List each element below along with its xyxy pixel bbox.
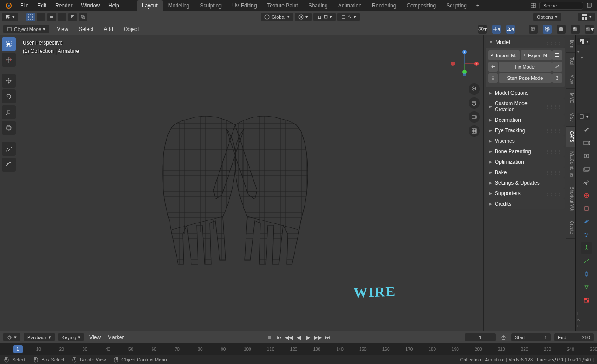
- snap-dropdown[interactable]: ⊞ ▾: [313, 13, 336, 21]
- workspace-animation[interactable]: Animation: [333, 0, 367, 11]
- shading-solid[interactable]: [557, 25, 566, 34]
- export-model-button[interactable]: Export M..: [521, 50, 552, 60]
- tool-measure[interactable]: [2, 158, 16, 172]
- n-tab-create[interactable]: Create: [566, 216, 575, 239]
- panel-settings-updates[interactable]: ▶Settings & Updates⋮⋮⋮⋮: [486, 178, 565, 188]
- pose-mode-button[interactable]: Start Pose Mode: [499, 73, 552, 83]
- axis-gizmo[interactable]: X Z: [449, 48, 480, 79]
- panel-model-options[interactable]: ▶Model Options⋮⋮⋮⋮: [486, 88, 565, 98]
- visibility-dropdown[interactable]: ▾: [478, 25, 487, 34]
- menu-window[interactable]: Window: [76, 1, 104, 10]
- workspace-layout[interactable]: Layout: [137, 0, 163, 11]
- options-dropdown[interactable]: Options ▾: [533, 13, 561, 21]
- prop-tab-world[interactable]: [581, 190, 592, 201]
- panel-supporters[interactable]: ▶Supporters⋮⋮⋮⋮: [486, 188, 565, 199]
- viewport-3d[interactable]: User Perspective (1) Collection | Armatu…: [17, 35, 483, 331]
- timeline-editor-dropdown[interactable]: ▾: [3, 333, 20, 341]
- tool-move[interactable]: [2, 74, 16, 88]
- prop-tab-output[interactable]: [581, 151, 592, 162]
- n-tab-cats[interactable]: CATS: [566, 127, 575, 147]
- prop-tab-texture[interactable]: [581, 295, 592, 306]
- viewport-menu-view[interactable]: View: [54, 25, 71, 33]
- tool-scale[interactable]: [2, 105, 16, 119]
- perspective-toggle-icon[interactable]: [469, 125, 480, 137]
- select-box-toggle[interactable]: [26, 13, 35, 21]
- jump-start-icon[interactable]: ⏮: [275, 333, 284, 342]
- prop-tab-scene[interactable]: [581, 177, 592, 188]
- n-tab-mmd[interactable]: MMD: [566, 89, 575, 108]
- autokey-toggle[interactable]: [265, 333, 274, 342]
- select-invert-icon[interactable]: [68, 13, 77, 21]
- workspace-scripting[interactable]: Scripting: [441, 0, 472, 11]
- new-scene-icon[interactable]: [585, 1, 594, 10]
- jump-end-icon[interactable]: ⏭: [323, 333, 332, 342]
- viewport-menu-add[interactable]: Add: [101, 25, 116, 33]
- panel-header-model[interactable]: ▼ Model ⋮⋮⋮⋮: [486, 37, 565, 48]
- scene-name-input[interactable]: [539, 2, 583, 10]
- panel-bone-parenting[interactable]: ▶Bone Parenting⋮⋮⋮⋮: [486, 146, 565, 157]
- prop-tab-tool[interactable]: [581, 124, 592, 136]
- panel-custom-model[interactable]: ▶Custom Model Creation⋮⋮⋮⋮: [486, 98, 565, 115]
- editor-type-dropdown[interactable]: ▾: [578, 13, 595, 21]
- menu-edit[interactable]: Edit: [33, 1, 51, 10]
- prop-tab-object[interactable]: [581, 203, 592, 214]
- camera-view-icon[interactable]: [469, 111, 480, 123]
- shading-wireframe[interactable]: [543, 25, 552, 34]
- mode-dropdown[interactable]: Object Mode ▾: [3, 25, 49, 33]
- xray-toggle[interactable]: [529, 25, 538, 34]
- keying-dropdown[interactable]: Keying▾: [58, 333, 84, 341]
- zoom-icon[interactable]: [469, 83, 480, 95]
- n-tab-view[interactable]: View: [566, 70, 575, 89]
- n-tab-item[interactable]: Item: [566, 35, 575, 53]
- prop-tab-armature[interactable]: [581, 242, 592, 254]
- menu-icon[interactable]: ☰: [552, 50, 562, 60]
- shading-rendered[interactable]: ▾: [585, 25, 594, 34]
- cursor-dropdown[interactable]: ▾: [2, 13, 18, 21]
- import-model-button[interactable]: Import M..: [488, 50, 520, 60]
- panel-eye-tracking[interactable]: ▶Eye Tracking⋮⋮⋮⋮: [486, 125, 565, 136]
- select-tweak-icon[interactable]: [37, 13, 45, 21]
- workspace-modeling[interactable]: Modeling: [163, 0, 195, 11]
- menu-render[interactable]: Render: [51, 1, 76, 10]
- shading-material[interactable]: [571, 25, 580, 34]
- start-frame-input[interactable]: Start1: [511, 333, 551, 341]
- current-frame-input[interactable]: 1: [465, 333, 496, 341]
- workspace-add-button[interactable]: +: [472, 0, 484, 11]
- prop-tab-constraint[interactable]: [581, 268, 592, 280]
- menu-help[interactable]: Help: [104, 1, 124, 10]
- prop-tab-modifier[interactable]: [581, 216, 592, 227]
- prop-tab-bone[interactable]: [581, 255, 592, 267]
- panel-visemes[interactable]: ▶Visemes⋮⋮⋮⋮: [486, 136, 565, 146]
- tool-transform[interactable]: [2, 121, 16, 135]
- n-tab-misc[interactable]: Misc: [566, 108, 575, 127]
- pan-icon[interactable]: [469, 97, 480, 109]
- n-tab-matcombiner[interactable]: MatCombiner: [566, 147, 575, 182]
- playhead[interactable]: 1: [13, 345, 23, 353]
- timeline-ruler[interactable]: 1 10203040506070809010011012013014015016…: [0, 343, 597, 355]
- tool-cursor[interactable]: [2, 53, 16, 67]
- workspace-shading[interactable]: Shading: [303, 0, 333, 11]
- panel-optimization[interactable]: ▶Optimization⋮⋮⋮⋮: [486, 157, 565, 167]
- blender-logo-icon[interactable]: [4, 1, 13, 10]
- scene-browse-icon[interactable]: [529, 1, 538, 10]
- timer-icon[interactable]: [499, 333, 508, 342]
- prop-tab-data[interactable]: [581, 282, 592, 293]
- timeline-menu-view[interactable]: View: [87, 333, 102, 341]
- select-extend-icon[interactable]: [47, 13, 56, 21]
- n-tab-tool[interactable]: Tool: [566, 53, 575, 70]
- keyframe-prev-icon[interactable]: ◀◀: [285, 333, 293, 342]
- transform-orientation-dropdown[interactable]: Global ▾: [261, 13, 293, 21]
- gizmo-toggle[interactable]: ▾: [492, 25, 501, 34]
- workspace-texture-paint[interactable]: Texture Paint: [262, 0, 303, 11]
- pose-settings-icon[interactable]: [552, 73, 562, 83]
- tool-rotate[interactable]: [2, 89, 16, 103]
- panel-credits[interactable]: ▶Credits⋮⋮⋮⋮: [486, 199, 565, 209]
- workspace-compositing[interactable]: Compositing: [401, 0, 441, 11]
- prop-tab-particle[interactable]: [581, 229, 592, 240]
- outliner-type-dropdown[interactable]: ▾: [577, 38, 590, 45]
- workspace-sculpting[interactable]: Sculpting: [195, 0, 227, 11]
- tool-select-box[interactable]: [2, 37, 16, 51]
- workspace-rendering[interactable]: Rendering: [367, 0, 401, 11]
- fix-type-icon[interactable]: [488, 62, 498, 72]
- prop-tab-render[interactable]: [581, 137, 592, 149]
